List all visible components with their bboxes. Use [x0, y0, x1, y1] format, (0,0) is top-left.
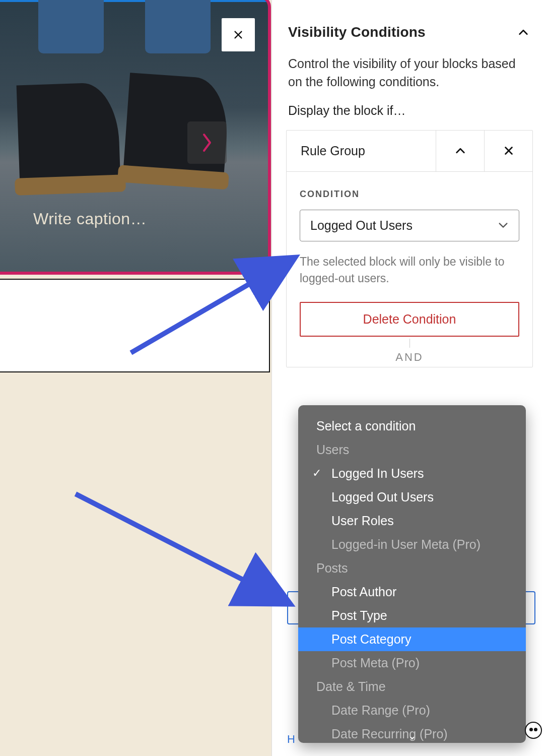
condition-label: CONDITION: [300, 189, 519, 200]
panel-intro: Control the visibility of your blocks ba…: [286, 54, 533, 103]
dropdown-group-label: Users: [298, 438, 526, 462]
image-block[interactable]: Write caption…: [0, 0, 271, 275]
rule-group-title: Rule Group: [287, 131, 436, 171]
dropdown-group-label: Date & Time: [298, 675, 526, 699]
dropdown-group-label: Posts: [298, 556, 526, 580]
remove-image-button[interactable]: [222, 18, 255, 51]
dropdown-option: Logged-in User Meta (Pro): [298, 533, 526, 556]
next-slide-button[interactable]: [187, 121, 227, 164]
chevron-up-icon: [455, 145, 466, 156]
chevron-down-icon: ⌄: [408, 730, 417, 742]
chevron-up-icon: [518, 27, 529, 38]
dropdown-option[interactable]: Logged In Users: [298, 462, 526, 485]
help-link[interactable]: H: [287, 733, 295, 746]
dropdown-option: Post Meta (Pro): [298, 651, 526, 675]
dropdown-option[interactable]: Post Author: [298, 580, 526, 604]
dropdown-option[interactable]: Post Category: [298, 627, 526, 651]
dropdown-option[interactable]: Post Type: [298, 604, 526, 627]
condition-select[interactable]: Logged Out Users: [300, 210, 519, 241]
chevron-right-icon: [199, 133, 215, 153]
collapse-rule-group-button[interactable]: [436, 131, 484, 171]
mascot-icon: [525, 722, 542, 739]
panel-title: Visibility Conditions: [288, 24, 426, 40]
and-separator: AND: [300, 351, 519, 367]
rule-group: Rule Group CONDITION Logged Out Users Th…: [286, 130, 533, 368]
caption-input[interactable]: Write caption…: [33, 210, 147, 228]
delete-condition-button[interactable]: Delete Condition: [300, 302, 519, 337]
dropdown-option: Date Range (Pro): [298, 699, 526, 722]
close-icon: [503, 145, 514, 156]
empty-block[interactable]: [0, 279, 270, 372]
dropdown-option[interactable]: Logged Out Users: [298, 485, 526, 509]
condition-help: The selected block will only be visible …: [300, 241, 519, 302]
delete-rule-group-button[interactable]: [484, 131, 532, 171]
image-content: [0, 18, 268, 272]
display-if-label: Display the block if…: [286, 103, 533, 130]
editor-canvas: Write caption…: [0, 0, 272, 756]
condition-select-value: Logged Out Users: [310, 218, 413, 233]
dropdown-option[interactable]: User Roles: [298, 509, 526, 533]
dropdown-placeholder: Select a condition: [298, 414, 526, 438]
panel-header[interactable]: Visibility Conditions: [286, 0, 533, 54]
condition-dropdown[interactable]: Select a condition UsersLogged In UsersL…: [298, 405, 526, 743]
close-icon: [233, 29, 244, 40]
chevron-down-icon: [498, 220, 509, 231]
